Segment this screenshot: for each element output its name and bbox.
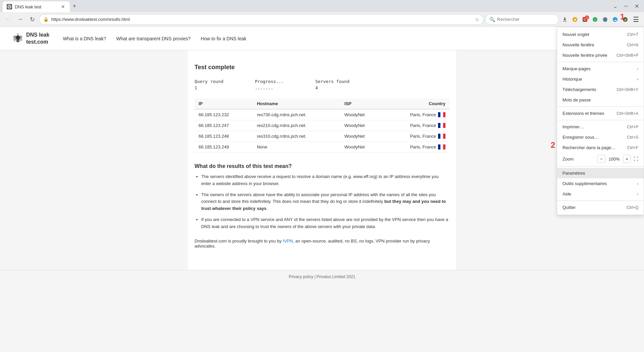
table-row: 66.185.123.232 res730.cdg.rrdns.pch.net.… xyxy=(195,109,449,120)
menu-private-window[interactable]: Nouvelle fenêtre privée Ctrl+Shift+P xyxy=(557,50,644,60)
address-bar[interactable]: 🔒 https://www.dnsleaktest.com/results.ht… xyxy=(39,14,484,25)
main-menu-button[interactable]: ☰ xyxy=(631,14,641,25)
tab-list-button[interactable]: ⌄ xyxy=(610,1,620,11)
cell-isp: WoodyNet xyxy=(340,109,384,120)
progress-table: Query round Progress... Servers found 1 … xyxy=(195,79,449,90)
menu-zoom-row: Zoom − 100% + ⛶ xyxy=(557,153,644,165)
nav-link-3[interactable]: How to fix a DNS leak xyxy=(201,36,246,41)
extension-icon-1[interactable]: ★ xyxy=(570,15,580,24)
menu-new-window[interactable]: Nouvelle fenêtre Ctrl+N xyxy=(557,40,644,50)
country-flag: Paris, France xyxy=(410,144,445,149)
site-logo: 🕷 DNS leak test.com xyxy=(13,32,49,46)
table-header-isp: ISP xyxy=(340,98,384,109)
cell-ip: 66.185.123.247 xyxy=(195,120,253,131)
extension-icon-2[interactable]: 🛡 xyxy=(580,15,590,24)
svg-text:⚡: ⚡ xyxy=(624,18,628,22)
menu-divider-5 xyxy=(557,201,644,201)
back-button[interactable]: ← xyxy=(3,14,13,25)
results-table: IP Hostname ISP Country 66.185.123.232 r… xyxy=(195,98,449,152)
cell-isp: WoodyNet xyxy=(340,120,384,131)
meaning-title: What do the results of this test mean? xyxy=(195,163,449,169)
menu-find[interactable]: Rechercher dans la page… Ctrl+F xyxy=(557,142,644,153)
logo-text: DNS leak test.com xyxy=(26,32,49,46)
meaning-item-2: The owners of the servers above have the… xyxy=(201,191,449,212)
browser-tab[interactable]: DNS leak test ✕ xyxy=(3,1,70,12)
cell-ip: 66.185.123.232 xyxy=(195,109,253,120)
flag-image xyxy=(438,123,445,128)
search-bar[interactable]: 🔍 xyxy=(485,14,559,25)
svg-text:★: ★ xyxy=(574,18,577,21)
menu-downloads[interactable]: Téléchargements Ctrl+Shift+Y xyxy=(557,84,644,95)
meaning-item-3: If you are connected to a VPN service an… xyxy=(201,216,449,230)
table-header-ip: IP xyxy=(195,98,253,109)
url-display: https://www.dnsleaktest.com/results.html xyxy=(51,17,472,22)
menu-divider-3 xyxy=(557,120,644,120)
cell-hostname: None xyxy=(253,142,340,152)
svg-text:✓: ✓ xyxy=(594,18,596,21)
logo-icon: 🕷 xyxy=(13,33,23,44)
zoom-value-display: 100% xyxy=(608,157,620,162)
progress-col2-header: Progress... xyxy=(255,79,295,84)
tab-close-button[interactable]: ✕ xyxy=(60,3,66,10)
cell-isp: WoodyNet xyxy=(340,131,384,142)
menu-print[interactable]: Imprimer… Ctrl+P xyxy=(557,122,644,132)
main-content: Test complete Query round Progress... Se… xyxy=(188,50,456,270)
bookmark-star-icon[interactable]: ☆ xyxy=(475,17,479,22)
nav-link-2[interactable]: What are transparent DNS proxies? xyxy=(116,36,191,41)
meaning-list: The servers identified above receive a r… xyxy=(195,173,449,230)
zoom-decrease-button[interactable]: − xyxy=(597,155,605,163)
cell-country: Paris, France xyxy=(383,120,449,131)
flag-image xyxy=(438,134,445,139)
new-tab-button[interactable]: + xyxy=(70,1,79,11)
menu-history[interactable]: Historique › xyxy=(557,74,644,84)
cell-ip: 66.185.123.248 xyxy=(195,131,253,142)
progress-col1-val: 1 xyxy=(195,85,235,90)
extension-icon-6[interactable]: ⚡ xyxy=(621,15,630,24)
search-input[interactable] xyxy=(497,17,551,22)
menu-new-tab[interactable]: Nouvel onglet Ctrl+T xyxy=(557,29,644,40)
reload-button[interactable]: ↻ xyxy=(27,14,38,25)
page-footer: Privacy policy | Privatus Limited 2021 xyxy=(0,270,644,283)
forward-button[interactable]: → xyxy=(15,14,25,25)
cell-country: Paris, France xyxy=(383,131,449,142)
menu-help[interactable]: Aide › xyxy=(557,189,644,199)
ivpn-link[interactable]: IVPN xyxy=(283,238,293,244)
extension-icon-3[interactable]: ✓ xyxy=(590,15,600,24)
search-icon: 🔍 xyxy=(489,17,495,22)
table-row: 66.185.123.248 res310.cdg.rrdns.pch.net.… xyxy=(195,131,449,142)
cell-isp: WoodyNet xyxy=(340,142,384,152)
menu-quit[interactable]: Quitter Ctrl+Q xyxy=(557,202,644,213)
svg-text:👤: 👤 xyxy=(603,18,607,22)
menu-bookmarks[interactable]: Marque-pages › xyxy=(557,63,644,74)
table-header-hostname: Hostname xyxy=(253,98,340,109)
extension-icon-5[interactable]: ☁ xyxy=(610,15,620,24)
menu-settings[interactable]: Paramètres xyxy=(557,168,644,178)
menu-extra-tools[interactable]: Outils supplémentaires › xyxy=(557,178,644,189)
progress-col3-val: 4 xyxy=(315,85,356,90)
cell-hostname: res730.cdg.rrdns.pch.net. xyxy=(253,109,340,120)
menu-extensions[interactable]: Extensions et thèmes Ctrl+Shift+A xyxy=(557,108,644,119)
site-nav: What is a DNS leak? What are transparent… xyxy=(63,36,246,41)
menu-save-as[interactable]: Enregistrer sous… Ctrl+S xyxy=(557,132,644,142)
progress-col2-val: ....... xyxy=(255,85,295,90)
nav-link-1[interactable]: What is a DNS leak? xyxy=(63,36,106,41)
menu-divider-2 xyxy=(557,106,644,107)
zoom-increase-button[interactable]: + xyxy=(623,155,631,163)
cell-hostname: res310.cdg.rrdns.pch.net. xyxy=(253,131,340,142)
svg-text:🛡: 🛡 xyxy=(584,18,587,21)
window-minimize-button[interactable]: ─ xyxy=(621,1,631,11)
country-flag: Paris, France xyxy=(410,123,445,128)
zoom-fullscreen-button[interactable]: ⛶ xyxy=(634,156,638,162)
download-icon[interactable] xyxy=(560,15,570,24)
cell-country: Paris, France xyxy=(383,109,449,120)
menu-divider-4 xyxy=(557,166,644,167)
menu-divider-1 xyxy=(557,62,644,62)
menu-passwords[interactable]: Mots de passe xyxy=(557,95,644,105)
extension-icon-4[interactable]: 👤 xyxy=(600,15,610,24)
table-header-country: Country xyxy=(383,98,449,109)
dropdown-menu-container: Nouvel onglet Ctrl+T Nouvelle fenêtre Ct… xyxy=(557,27,644,215)
window-close-button[interactable]: ✕ xyxy=(632,1,641,11)
results-meaning-section: What do the results of this test mean? T… xyxy=(195,163,449,230)
cell-country: Paris, France xyxy=(383,142,449,152)
country-flag: Paris, France xyxy=(410,134,445,139)
